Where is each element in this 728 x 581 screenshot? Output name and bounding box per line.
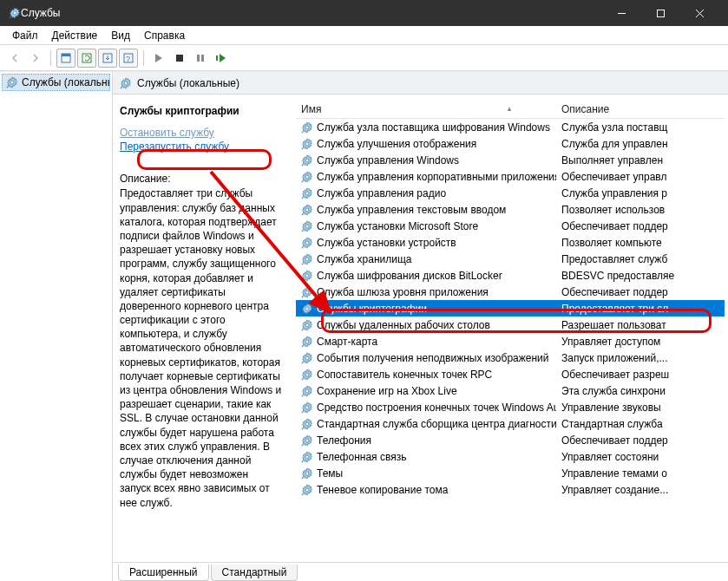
stop-button[interactable]	[170, 49, 189, 68]
cell-name: События получения неподвижных изображени…	[296, 352, 556, 364]
cell-name: Служба установки устройств	[296, 237, 556, 249]
left-nav: Службы (локальные)	[0, 72, 113, 581]
splitter[interactable]	[291, 100, 294, 562]
table-row[interactable]: Служба управления текстовым вводомПозвол…	[296, 201, 725, 218]
table-row[interactable]: Служба улучшения отображенияСлужба для у…	[296, 135, 725, 152]
svg-rect-3	[62, 54, 70, 56]
restart-button[interactable]	[212, 49, 231, 68]
toolbar-btn-help[interactable]: ?	[119, 49, 138, 68]
toolbar-btn-refresh[interactable]	[77, 49, 96, 68]
gear-icon	[301, 336, 313, 348]
stop-link[interactable]: Остановить службу	[120, 126, 282, 140]
back-button[interactable]	[5, 49, 24, 68]
cell-name: Смарт-карта	[296, 336, 556, 348]
gear-icon	[301, 171, 313, 183]
cell-desc: Позволяет компьюте	[556, 237, 725, 249]
gear-icon	[301, 303, 313, 315]
table-row[interactable]: События получения неподвижных изображени…	[296, 349, 725, 366]
toolbar-btn-1[interactable]	[56, 49, 75, 68]
toolbar: ?	[0, 45, 728, 71]
toolbar-btn-export[interactable]	[98, 49, 117, 68]
table-row[interactable]: Служба установки Microsoft StoreОбеспечи…	[296, 218, 725, 234]
cell-name: Служба управления Windows	[296, 154, 556, 166]
table-row[interactable]: Служба управления радиоСлужба управления…	[296, 185, 725, 201]
table-row[interactable]: Служба управления корпоративными приложе…	[296, 168, 725, 185]
cell-name: Служба хранилища	[296, 253, 556, 265]
titlebar: Службы	[0, 0, 728, 26]
pause-button[interactable]	[191, 49, 210, 68]
table-row[interactable]: Службы криптографииПредоставляет три сл	[296, 300, 725, 317]
cell-desc: Обеспечивает поддер	[556, 286, 725, 298]
forward-button[interactable]	[26, 49, 45, 68]
cell-desc: Обеспечивает поддер	[556, 220, 725, 232]
table-row[interactable]: Сохранение игр на Xbox LiveЭта служба си…	[296, 382, 725, 399]
table-row[interactable]: Телефонная связьУправляет состояни	[296, 448, 725, 465]
cell-name: Служба шифрования дисков BitLocker	[296, 270, 556, 282]
gear-icon	[301, 237, 313, 249]
maximize-button[interactable]	[641, 0, 680, 26]
table-row[interactable]: ТелефонияОбеспечивает поддер	[296, 432, 725, 448]
table-row[interactable]: Средство построения конечных точек Windo…	[296, 399, 725, 415]
tab-extended[interactable]: Расширенный	[118, 565, 209, 581]
table-row[interactable]: ТемыУправление темами о	[296, 465, 725, 481]
cell-desc: Позволяет использов	[556, 204, 725, 216]
cell-desc: Выполняет управлен	[556, 154, 725, 166]
table-row[interactable]: Служба хранилищаПредоставляет служб	[296, 251, 725, 267]
cell-desc: Запуск приложений,...	[556, 352, 725, 364]
cell-desc: Управление звуковы	[556, 401, 725, 414]
table-row[interactable]: Теневое копирование томаУправляет создан…	[296, 481, 725, 498]
gear-icon	[301, 434, 313, 447]
gear-icon	[301, 253, 313, 265]
cell-name: Служба шлюза уровня приложения	[296, 286, 556, 298]
menu-file[interactable]: Файл	[5, 28, 45, 43]
cell-name: Службы криптографии	[296, 303, 556, 315]
gear-icon	[301, 467, 313, 480]
minimize-button[interactable]	[602, 0, 641, 26]
list-header: Имя ▲ Описание	[296, 100, 725, 119]
table-row[interactable]: Службы удаленных рабочих столовРазрешает…	[296, 317, 725, 333]
cell-name: Служба улучшения отображения	[296, 138, 556, 150]
menu-help[interactable]: Справка	[137, 28, 192, 43]
table-row[interactable]: Служба шлюза уровня приложенияОбеспечива…	[296, 284, 725, 300]
menu-view[interactable]: Вид	[104, 28, 137, 43]
cell-desc: Обеспечивает управл	[556, 171, 725, 183]
cell-desc: Обеспечивает поддер	[556, 434, 725, 447]
start-button[interactable]	[149, 49, 168, 68]
service-list[interactable]: Служба узла поставщика шифрования Window…	[296, 119, 725, 562]
gear-icon	[301, 385, 313, 397]
table-row[interactable]: Сопоставитель конечных точек RPCОбеспечи…	[296, 366, 725, 382]
gear-icon	[301, 121, 313, 134]
menu-action[interactable]: Действие	[45, 28, 105, 43]
table-row[interactable]: Служба управления WindowsВыполняет управ…	[296, 152, 725, 168]
gear-icon	[301, 451, 313, 463]
cell-name: Средство построения конечных точек Windo…	[296, 401, 556, 414]
table-row[interactable]: Стандартная служба сборщика центра диагн…	[296, 415, 725, 432]
tab-standard[interactable]: Стандартный	[211, 565, 298, 581]
gear-icon	[301, 187, 313, 199]
restart-link[interactable]: Перезапустить службу	[120, 140, 282, 153]
table-row[interactable]: Служба шифрования дисков BitLockerBDESVC…	[296, 267, 725, 284]
gear-icon	[120, 77, 132, 89]
cell-name: Телефонная связь	[296, 451, 556, 463]
table-row[interactable]: Смарт-картаУправляет доступом	[296, 333, 725, 349]
close-button[interactable]	[680, 0, 719, 26]
col-description[interactable]: Описание	[556, 103, 725, 115]
cell-name: Сохранение игр на Xbox Live	[296, 385, 556, 397]
cell-name: Темы	[296, 467, 556, 480]
svg-rect-11	[216, 55, 218, 61]
desc-label: Описание:	[120, 173, 282, 185]
cell-name: Служба управления корпоративными приложе…	[296, 171, 556, 183]
menubar: Файл Действие Вид Справка	[0, 26, 728, 45]
cell-name: Служба узла поставщика шифрования Window…	[296, 121, 556, 134]
cell-name: Служба управления текстовым вводом	[296, 204, 556, 216]
svg-rect-10	[201, 55, 204, 62]
cell-name: Сопоставитель конечных точек RPC	[296, 369, 556, 381]
col-name[interactable]: Имя ▲	[296, 103, 556, 115]
cell-desc: Управляет состояни	[556, 451, 725, 463]
content-header: Службы (локальные)	[113, 72, 728, 95]
table-row[interactable]: Служба узла поставщика шифрования Window…	[296, 119, 725, 135]
table-row[interactable]: Служба установки устройствПозволяет комп…	[296, 234, 725, 251]
nav-local-services[interactable]: Службы (локальные)	[2, 74, 110, 91]
cell-desc: BDESVC предоставляе	[556, 270, 725, 282]
gear-icon	[9, 7, 21, 19]
